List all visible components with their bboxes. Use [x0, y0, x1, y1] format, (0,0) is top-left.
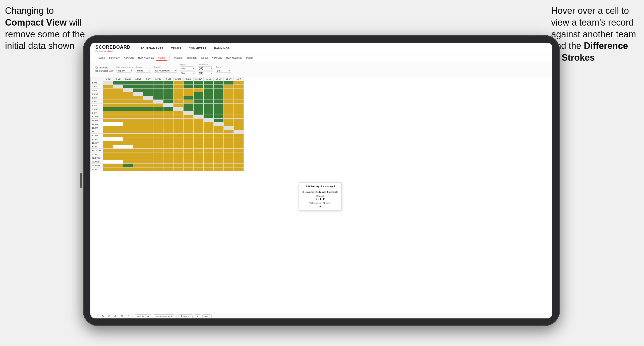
matrix-cell[interactable] [234, 156, 244, 160]
matrix-cell[interactable] [173, 164, 184, 167]
conference-select1[interactable]: (All) [198, 66, 213, 70]
matrix-cell[interactable] [123, 152, 133, 156]
matrix-cell[interactable] [224, 149, 234, 152]
matrix-cell[interactable] [204, 152, 214, 156]
matrix-cell[interactable] [133, 152, 143, 156]
matrix-cell[interactable] [194, 152, 204, 156]
matrix-cell[interactable] [153, 107, 163, 111]
matrix-cell[interactable] [224, 145, 234, 149]
matrix-cell[interactable] [224, 100, 234, 104]
matrix-cell[interactable] [143, 152, 153, 156]
matrix-cell[interactable] [163, 152, 173, 156]
matrix-cell[interactable] [214, 107, 224, 111]
matrix-cell[interactable] [194, 81, 204, 85]
matrix-cell[interactable] [153, 160, 163, 164]
matrix-cell[interactable] [214, 152, 224, 156]
matrix-cell[interactable] [214, 89, 224, 92]
matrix-cell[interactable] [224, 107, 234, 111]
matrix-cell[interactable] [184, 81, 194, 85]
matrix-cell[interactable] [113, 111, 123, 115]
matrix-cell[interactable] [153, 141, 163, 145]
matrix-cell[interactable] [224, 152, 234, 156]
matrix-cell[interactable] [194, 167, 204, 171]
matrix-cell[interactable] [113, 107, 123, 111]
matrix-cell[interactable] [173, 145, 184, 149]
matrix-cell[interactable] [234, 92, 244, 96]
matrix-cell[interactable] [204, 156, 214, 160]
matrix-cell[interactable] [204, 111, 214, 115]
matrix-cell[interactable] [123, 141, 133, 145]
matrix-cell[interactable] [214, 119, 224, 122]
matrix-cell[interactable] [224, 104, 234, 107]
matrix-cell[interactable] [143, 115, 153, 119]
matrix-cell[interactable] [143, 85, 153, 89]
matrix-cell[interactable] [163, 107, 173, 111]
matrix-cell[interactable] [234, 100, 244, 104]
matrix-cell[interactable] [234, 137, 244, 141]
matrix-cell[interactable] [204, 96, 214, 100]
matrix-cell[interactable] [194, 96, 204, 100]
matrix-cell[interactable] [214, 122, 224, 126]
matrix-cell[interactable] [103, 122, 113, 126]
matrix-cell[interactable] [133, 134, 143, 137]
matrix-cell[interactable] [184, 96, 194, 100]
matrix-cell[interactable] [103, 96, 113, 100]
matrix-cell[interactable] [194, 115, 204, 119]
matrix-cell[interactable] [173, 167, 184, 171]
matrix-cell[interactable] [224, 167, 234, 171]
matrix-cell[interactable] [204, 149, 214, 152]
matrix-cell[interactable] [173, 107, 184, 111]
matrix-cell[interactable] [123, 85, 133, 89]
matrix-cell[interactable] [204, 107, 214, 111]
matrix-cell[interactable] [184, 164, 194, 167]
matrix-cell[interactable] [224, 85, 234, 89]
matrix-cell[interactable] [184, 130, 194, 134]
matrix-cell[interactable] [194, 85, 204, 89]
matrix-cell[interactable] [113, 92, 123, 96]
matrix-cell[interactable] [103, 100, 113, 104]
matrix-cell[interactable] [153, 81, 163, 85]
matrix-cell[interactable] [173, 122, 184, 126]
matrix-cell[interactable] [133, 100, 143, 104]
matrix-cell[interactable] [173, 89, 184, 92]
matrix-cell[interactable] [163, 164, 173, 167]
matrix-cell[interactable] [163, 85, 173, 89]
matrix-cell[interactable] [103, 126, 113, 130]
matrix-cell[interactable] [103, 164, 113, 167]
matrix-cell[interactable] [123, 137, 133, 141]
region-select2[interactable]: N/A [180, 71, 195, 75]
matrix-cell[interactable] [133, 96, 143, 100]
matrix-cell[interactable] [224, 156, 234, 160]
matrix-cell[interactable] [113, 156, 123, 160]
matrix-cell[interactable] [103, 145, 113, 149]
nav-rankings[interactable]: RANKINGS [214, 46, 230, 51]
matrix-cell[interactable] [113, 152, 123, 156]
matrix-cell[interactable] [143, 92, 153, 96]
matrix-cell[interactable] [133, 104, 143, 107]
matrix-cell[interactable] [113, 126, 123, 130]
matrix-cell[interactable] [133, 137, 143, 141]
matrix-cell[interactable] [123, 92, 133, 96]
matrix-cell[interactable] [103, 115, 113, 119]
matrix-cell[interactable] [234, 122, 244, 126]
matrix-cell[interactable] [224, 111, 234, 115]
matrix-cell[interactable] [153, 89, 163, 92]
matrix-cell[interactable] [204, 92, 214, 96]
matrix-cell[interactable] [143, 149, 153, 152]
matrix-cell[interactable] [133, 149, 143, 152]
matrix-cell[interactable] [194, 141, 204, 145]
matrix-cell[interactable] [163, 115, 173, 119]
matrix-cell[interactable] [224, 141, 234, 145]
matrix-cell[interactable] [204, 164, 214, 167]
matrix-cell[interactable] [103, 160, 113, 164]
matrix-cell[interactable] [184, 104, 194, 107]
matrix-cell[interactable] [153, 149, 163, 152]
matrix-cell[interactable] [113, 85, 123, 89]
matrix-cell[interactable] [204, 81, 214, 85]
matrix-cell[interactable] [173, 111, 184, 115]
matrix-cell[interactable] [173, 152, 184, 156]
matrix-cell[interactable] [133, 107, 143, 111]
matrix-cell[interactable] [173, 85, 184, 89]
matrix-cell[interactable] [103, 130, 113, 134]
matrix-cell[interactable] [153, 137, 163, 141]
